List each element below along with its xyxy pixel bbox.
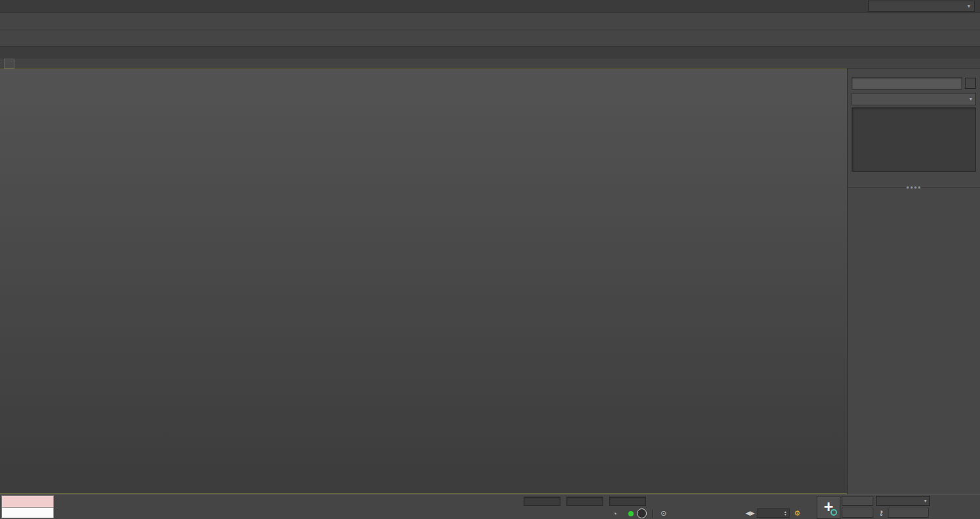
plugins-toolbar — [0, 30, 980, 47]
frame-zero-button[interactable] — [637, 508, 647, 518]
main-toolbar — [0, 13, 980, 30]
key-icon — [830, 509, 837, 516]
chevron-down-icon: ▾ — [967, 3, 970, 9]
time-tag-bar: ◔ ⊙ — [609, 508, 674, 518]
key-mode-icon[interactable]: ⚷ — [876, 508, 886, 518]
auto-key-button[interactable] — [842, 496, 873, 506]
listener-line-2[interactable] — [2, 508, 53, 518]
3ds-max-window: ▾ ▾ ●●●● — [0, 0, 980, 519]
divider-grip-icon: ●●●● — [906, 184, 921, 190]
modifier-stack-buttons — [848, 172, 980, 178]
time-config-icon[interactable]: ◔ — [609, 508, 620, 519]
command-panel: ▾ ●●●● — [847, 68, 980, 494]
frame-row: ◀▶ ▲▼ ⚙ — [746, 508, 804, 518]
current-frame-field[interactable]: ▲▼ — [757, 508, 790, 518]
panel-divider[interactable]: ●●●● — [848, 187, 980, 193]
object-name-row — [848, 75, 980, 90]
object-name-field[interactable] — [852, 77, 962, 90]
workspaces-area: ▾ — [864, 1, 977, 12]
command-panel-tabs — [848, 68, 980, 75]
time-configuration-icon[interactable]: ⚙ — [792, 508, 803, 518]
frame-spinner[interactable]: ▲▼ — [784, 510, 787, 516]
key-filters-button[interactable] — [888, 508, 929, 518]
polygon-modeling-panel[interactable] — [4, 59, 14, 68]
modifier-stack-list[interactable] — [852, 107, 976, 172]
chevron-down-icon: ▾ — [969, 96, 972, 102]
workspaces-dropdown[interactable]: ▾ — [868, 1, 975, 12]
y-coordinate-field[interactable] — [566, 497, 603, 506]
viewport-canvas[interactable] — [0, 68, 847, 494]
chevron-down-icon: ▾ — [924, 498, 927, 504]
key-step-icon[interactable]: ◀▶ — [746, 510, 755, 516]
viewport-statistics — [7, 90, 32, 98]
ribbon-panel-row — [0, 59, 980, 68]
set-key-button[interactable] — [842, 508, 873, 518]
menu-bar: ▾ — [0, 0, 980, 13]
modifier-list-dropdown[interactable]: ▾ — [852, 93, 976, 105]
ribbon-tabs — [0, 47, 980, 59]
coordinate-display-bar — [518, 496, 654, 506]
maxscript-mini-listener[interactable] — [1, 495, 54, 518]
enabled-indicator — [628, 511, 634, 516]
status-bar: ◔ ⊙ ◀▶ ▲▼ ⚙ + ▾ ⚷ — [0, 494, 980, 519]
object-color-swatch[interactable] — [965, 78, 976, 89]
divider — [652, 510, 653, 518]
viewport[interactable] — [0, 68, 847, 494]
listener-line-1[interactable] — [2, 496, 53, 508]
steering-wheel-icon[interactable]: ⊙ — [658, 508, 669, 519]
x-coordinate-field[interactable] — [524, 497, 560, 506]
z-coordinate-field[interactable] — [609, 497, 646, 506]
create-key-button[interactable]: + — [817, 496, 840, 519]
key-selection-dropdown[interactable]: ▾ — [876, 496, 930, 506]
